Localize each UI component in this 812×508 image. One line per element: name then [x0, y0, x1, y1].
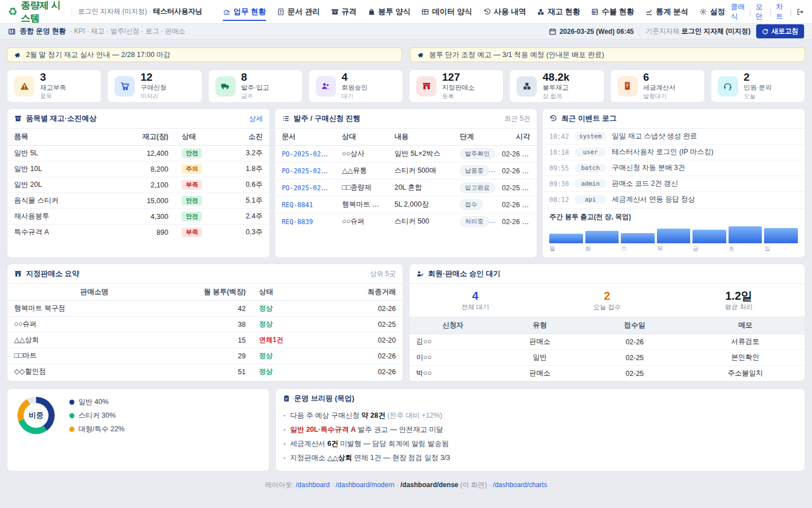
mode-chart-link[interactable]: 차트: [776, 2, 785, 21]
top-count-note: 상위 5곳: [370, 269, 396, 279]
dashboard-main: 2월 말 정기 재고 실사 안내 — 2/28 17:00 마감 봉투 단가 조…: [0, 40, 812, 490]
kpi-tax-invoices[interactable]: 6세금계산서발행대기: [610, 69, 705, 103]
legend-item: 대형/특수 22%: [69, 424, 125, 434]
basis-municipality: 기준지자체 로그인 지자체 (미지정): [646, 27, 751, 36]
nav-data-forms[interactable]: 데이터 양식: [421, 0, 472, 24]
status-badge: 안전: [182, 196, 202, 205]
boxes-icon: [517, 76, 537, 97]
refresh-icon: [762, 28, 769, 35]
nav-usage-history[interactable]: 사용 내역: [483, 0, 527, 24]
user-name: 테스터사용자님: [153, 7, 203, 15]
list-icon: [282, 115, 290, 122]
nav-settings[interactable]: 설정: [699, 0, 725, 24]
archive-icon: [14, 115, 22, 122]
document-link[interactable]: PO-2025-0216: [282, 184, 329, 192]
stage-badge: 발주확인: [460, 148, 495, 159]
notice-price-adjustment[interactable]: 봉투 단가 조정 예고 — 3/1 적용 예정 (안내문 배포 완료): [410, 47, 805, 62]
nav-doc-management[interactable]: 문서 관리: [277, 0, 320, 24]
document-link[interactable]: REQ-8839: [282, 218, 313, 226]
kpi-low-stock[interactable]: 3재고부족품목: [7, 69, 102, 103]
legend-item: 일반 40%: [69, 397, 125, 407]
bag-icon: [368, 8, 376, 16]
list-item: •지정판매소 △△상회 연체 1건 — 현장 점검 일정 3/3: [284, 451, 797, 465]
panel-title: 회원·판매소 승인 대기: [428, 269, 798, 279]
inventory-panel: 품목별 재고·소진예상 상세 품목 재고(장) 상태 소진 일반 5L12,40…: [7, 108, 270, 258]
layout-link-charts[interactable]: /dashboard/charts: [493, 481, 547, 489]
legend-dot: [69, 400, 74, 405]
document-link[interactable]: PO-2025-0217: [282, 167, 329, 175]
user-check-icon: [416, 270, 424, 278]
table-row: 이○○일반02-25본인확인: [409, 350, 805, 366]
donut-center-label: 비중: [29, 410, 43, 421]
nav-inout-status[interactable]: 수불 현황: [591, 0, 634, 24]
list-item: 09:30admin판매소 코드 2건 갱신: [542, 176, 805, 191]
layout-link-dashboard[interactable]: /dashboard: [296, 481, 330, 489]
document-link[interactable]: REQ-8841: [282, 201, 313, 209]
divider: [72, 7, 72, 17]
list-item: 10:18user테스터사용자 로그인 (IP 마스킹): [542, 144, 805, 160]
document-link[interactable]: PO-2025-0218: [282, 150, 329, 158]
refresh-button[interactable]: 새로고침: [756, 24, 804, 38]
logout-icon[interactable]: [796, 8, 804, 16]
document-icon: [277, 8, 285, 16]
nav-spec[interactable]: 규격: [331, 0, 357, 24]
table-row: 행복마트 북구점42정상02-26: [7, 301, 403, 317]
notice-inventory-audit[interactable]: 2월 말 정기 재고 실사 안내 — 2/28 17:00 마감: [7, 47, 402, 62]
list-item: •세금계산서 6건 미발행 — 담당 회계에 알림 발송됨: [284, 437, 797, 451]
stat-avg-processing: 1.2일 평균 처리: [673, 290, 805, 312]
mode-classic-link[interactable]: 클래식: [731, 2, 745, 21]
nav-stock-status[interactable]: 재고 현황: [537, 0, 580, 24]
nav-bag-forms[interactable]: 봉투 양식: [368, 0, 411, 24]
event-log-list: 10:42system일일 재고 스냅샷 생성 완료 10:18user테스터사…: [542, 129, 805, 207]
share-donut: 비중: [17, 397, 55, 434]
inventory-detail-link[interactable]: 상세: [249, 114, 263, 124]
status-badge: 안전: [182, 148, 202, 158]
cart-icon: [114, 76, 135, 97]
megaphone-icon: [14, 51, 21, 59]
kpi-purchase-requests[interactable]: 12구매신청미처리: [107, 69, 202, 103]
cubes-icon: [537, 8, 545, 16]
orders-table: 문서 상대 내용 단계 시각 PO-2025-0218○○상사일반 5L×2박스…: [275, 129, 537, 230]
table-row: 김○○판매소02-26서류검토: [409, 334, 805, 350]
brand[interactable]: ♻ 종량제 시스템: [8, 0, 66, 25]
panel-title: 지정판매소 요약: [26, 269, 366, 279]
share-legend: 일반 40% 스티커 30% 대형/특수 22%: [69, 397, 125, 434]
notice-row: 2월 말 정기 재고 실사 안내 — 2/28 17:00 마감 봉투 단가 조…: [7, 47, 805, 62]
event-tag: admin: [575, 179, 606, 188]
orders-panel: 발주 / 구매신청 진행 최근 5건 문서 상대 내용 단계 시각 PO-202…: [275, 108, 538, 258]
status-badge: 부족: [182, 180, 202, 190]
table-icon: [421, 8, 429, 16]
stores-table: 판매소명 월 봉투(백장) 상태 최종거래 행복마트 북구점42정상02-26 …: [7, 284, 403, 379]
status-badge: 부족: [182, 227, 202, 237]
bar-wed: [621, 233, 655, 243]
kpi-bag-stock[interactable]: 48.2k봉투재고장 합계: [509, 69, 604, 103]
weekly-outbound-chart: 주간 봉투 출고(천 장, 목업) 월 화 수 목 금 토: [542, 208, 805, 257]
clock-history-icon: [549, 115, 557, 122]
panel-title: 품목별 재고·소진예상: [26, 113, 245, 124]
legend-dot: [69, 413, 74, 418]
stage-badge: 입고완료: [460, 182, 495, 193]
layout-mode-switch: 클래식 | 모던 | 차트 |: [731, 2, 804, 21]
kpi-inquiries[interactable]: 2민원·문의오늘: [710, 69, 805, 103]
gear-icon: [699, 8, 707, 16]
share-panel: 비중 일반 40% 스티커 30% 대형/특수 22%: [7, 388, 270, 471]
sub-header: 종합 운영 현황 · KPI · 재고 · 발주/신청 · 로그 · 판매소 2…: [0, 24, 812, 40]
nav-statistics[interactable]: 통계 분석: [645, 0, 689, 24]
table-row: REQ-8839○○슈퍼스티커 500처리중02-26 08:45: [275, 213, 537, 230]
nav-work-status[interactable]: 업무 현황: [223, 0, 266, 24]
clipboard-icon: [283, 395, 290, 402]
users-icon: [316, 76, 336, 97]
chart-title: 주간 봉투 출고(천 장, 목업): [549, 212, 798, 222]
kpi-orders-inbound[interactable]: 8발주·입고금주: [208, 69, 303, 103]
kpi-row: 3재고부족품목 12구매신청미처리 8발주·입고금주 4회원승인대기 127지정…: [7, 69, 805, 103]
login-context-label: 로그인 지자체 (미지정) ·: [78, 7, 151, 15]
kpi-designated-stores[interactable]: 127지정판매소등록: [409, 69, 504, 103]
main-nav: 업무 현황 문서 관리 규격 봉투 양식 데이터 양식 사용 내역 재고 현황: [223, 0, 725, 24]
box-icon: [331, 8, 339, 16]
event-log-panel: 최근 이벤트 로그 10:42system일일 재고 스냅샷 생성 완료 10:…: [542, 108, 805, 258]
bar-sun: [764, 228, 798, 243]
layout-link-modern[interactable]: /dashboard/modern: [336, 481, 394, 489]
calendar-icon: [549, 28, 557, 36]
mode-modern-link[interactable]: 모던: [756, 2, 765, 21]
kpi-member-approvals[interactable]: 4회원승인대기: [308, 69, 403, 103]
